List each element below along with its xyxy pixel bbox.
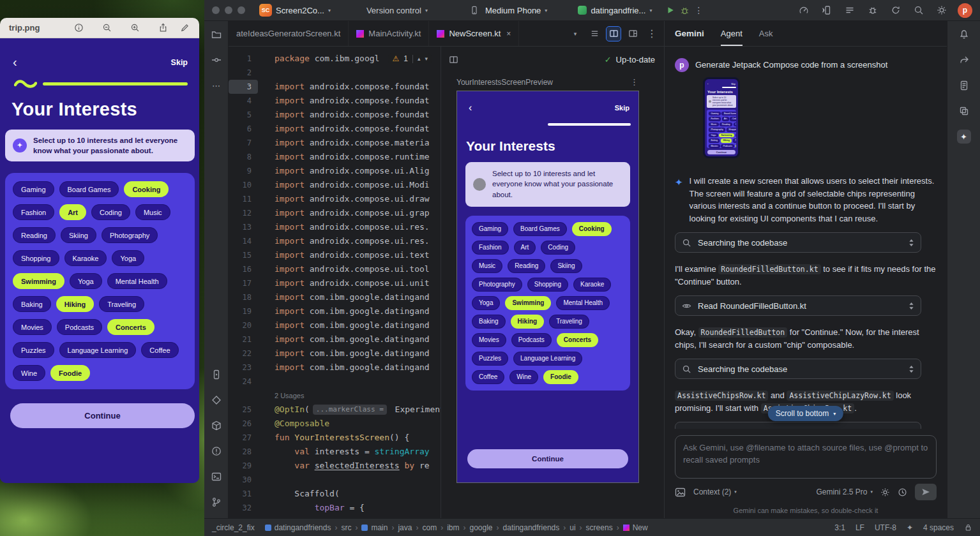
settings-icon[interactable] (935, 3, 949, 17)
interest-chip[interactable]: Karaoke (573, 278, 611, 292)
info-icon[interactable] (73, 22, 84, 34)
code-line[interactable]: 29 var selectedInterests by re (229, 459, 441, 473)
code-line[interactable]: 14import androidx.compose.ui.res. (229, 234, 441, 248)
tool-card[interactable]: Read RoundedFilledButton.kt (675, 295, 921, 316)
code-line[interactable]: 24 (229, 375, 441, 389)
skip-button[interactable]: Skip (615, 104, 629, 112)
interest-chip[interactable]: Traveling (549, 315, 589, 329)
code-editor[interactable]: 1package com.ibm.googl23import androidx.… (229, 47, 441, 518)
zoom-out-icon[interactable] (101, 22, 112, 34)
code-line[interactable]: 19import com.ibm.google.datingand (229, 304, 441, 318)
editor-tab[interactable]: ateIdeasGeneratorScreen.kt (229, 21, 349, 46)
gemini-status-icon[interactable]: ✦ (907, 523, 913, 532)
interest-chip[interactable]: Baking (472, 315, 506, 329)
interest-chip[interactable]: Concerts (557, 333, 598, 347)
tool-card[interactable]: Searching the codebase (675, 359, 921, 379)
interest-chip[interactable]: Reading (508, 259, 545, 273)
breadcrumb-item[interactable]: main (361, 523, 388, 532)
usages-hint[interactable]: 2 Usages (275, 389, 304, 403)
editor-tab[interactable]: MainActivity.kt (349, 21, 429, 46)
interest-chip[interactable]: Art (514, 241, 536, 255)
tool-card[interactable]: Read AssistiveChipsRow.kt (675, 422, 921, 429)
code-line[interactable]: 15import androidx.compose.ui.text (229, 248, 441, 262)
gemini-settings-icon[interactable] (880, 488, 890, 497)
code-line[interactable]: 28 val interests = stringArray (229, 445, 441, 459)
commit-tool-icon[interactable] (209, 53, 223, 67)
interest-chip[interactable]: Cooking (572, 222, 612, 236)
device-file-explorer-icon[interactable] (957, 78, 971, 93)
gemini-input[interactable]: Ask Gemini, use @filename to attach sour… (675, 435, 937, 479)
inspections-widget[interactable]: ⚠ 1 ▴ ▾ (388, 53, 432, 64)
code-line[interactable]: 25@OptIn(...markerClass = Experiment (229, 403, 441, 417)
notifications-icon[interactable] (957, 27, 971, 41)
breadcrumb-item[interactable]: datingandfriends (265, 523, 331, 532)
run-configuration-selector[interactable]: datingandfrie... ▾ (578, 6, 652, 15)
debug-button[interactable] (677, 3, 691, 17)
file-encoding[interactable]: UTF-8 (875, 523, 896, 532)
code-line[interactable]: 3import androidx.compose.foundat (229, 80, 441, 94)
interest-chip[interactable]: Photography (472, 278, 522, 292)
more-tools-icon[interactable]: ⋯ (209, 78, 223, 93)
tab-agent[interactable]: Agent (721, 21, 743, 46)
code-line[interactable]: 18import com.ibm.google.datingand (229, 290, 441, 304)
interest-chip[interactable]: Hiking (511, 315, 545, 329)
project-selector[interactable]: SC Screen2Co... ▾ (259, 4, 331, 17)
status-left-label[interactable]: _circle_2_fix (212, 523, 255, 532)
code-line[interactable]: 7import androidx.compose.materia (229, 136, 441, 150)
back-icon[interactable]: ‹ (469, 102, 472, 114)
code-line[interactable]: 9import androidx.compose.ui.Alig (229, 164, 441, 178)
minimize-window-button[interactable] (225, 6, 232, 14)
interest-chip[interactable]: Mental Health (556, 296, 610, 310)
close-window-button[interactable] (212, 6, 220, 14)
interest-chip[interactable]: Swimming (505, 296, 551, 310)
gemini-tool-icon[interactable]: ✦ (957, 130, 971, 144)
code-line[interactable]: 30 (229, 473, 441, 487)
code-line[interactable]: 13import androidx.compose.ui.res. (229, 220, 441, 234)
project-tool-icon[interactable] (209, 27, 223, 41)
send-button[interactable] (915, 484, 937, 500)
run-button[interactable] (663, 3, 677, 17)
code-line[interactable]: 5import androidx.compose.foundat (229, 108, 441, 122)
maximize-window-button[interactable] (237, 6, 245, 14)
continue-button[interactable]: Continue (467, 449, 628, 468)
interest-chip[interactable]: Foodie (543, 370, 578, 384)
code-line[interactable]: 22import com.ibm.google.datingand (229, 346, 441, 361)
zoom-in-icon[interactable] (129, 22, 140, 34)
code-line[interactable]: 20import com.ibm.google.datingand (229, 318, 441, 332)
edit-icon[interactable] (179, 22, 190, 34)
line-separator[interactable]: LF (856, 523, 864, 532)
tool-card[interactable]: Searching the codebase (675, 232, 921, 253)
tab-list-chevron-icon[interactable]: ▾ (568, 27, 582, 41)
history-icon[interactable] (898, 488, 907, 497)
close-icon[interactable]: × (506, 29, 511, 38)
running-devices-icon[interactable] (209, 368, 223, 382)
more-actions-icon[interactable]: ⋮ (691, 3, 705, 17)
interest-chip[interactable]: Music (472, 259, 502, 273)
share-icon[interactable] (157, 22, 169, 34)
vcs-widget[interactable]: Version control ▾ (366, 6, 428, 15)
indent-setting[interactable]: 4 spaces (923, 523, 954, 532)
breadcrumb-item[interactable]: datingandfriends (503, 523, 560, 532)
interest-chip[interactable]: Podcasts (511, 333, 552, 347)
breadcrumb-item[interactable]: ui (569, 523, 575, 532)
preview-options-icon[interactable]: ⋮ (630, 77, 638, 87)
code-line[interactable]: 27fun YourInterestsScreen() { (229, 431, 441, 445)
editor-tab[interactable]: NewScreen.kt× (429, 21, 519, 46)
app-inspection-icon[interactable] (866, 3, 880, 17)
sync-project-icon[interactable] (889, 3, 903, 17)
interest-chip[interactable]: Movies (472, 333, 506, 347)
device-selector[interactable]: Medium Phone ▾ (467, 3, 547, 17)
lock-icon[interactable] (964, 523, 972, 532)
code-line[interactable]: 11import androidx.compose.ui.draw (229, 192, 441, 206)
code-line[interactable]: 16import androidx.compose.ui.tool (229, 262, 441, 276)
split-window-icon[interactable] (446, 52, 460, 66)
code-line[interactable]: 21import com.ibm.google.datingand (229, 332, 441, 346)
code-line[interactable]: 23import com.ibm.google.datingand (229, 361, 441, 375)
profiler-icon[interactable] (797, 3, 811, 17)
interest-chip[interactable]: Language Learning (513, 352, 582, 366)
code-line[interactable]: 17import androidx.compose.ui.unit (229, 276, 441, 290)
preview-view-icon[interactable] (626, 27, 640, 41)
breadcrumb-item[interactable]: screens (586, 523, 613, 532)
interest-chip[interactable]: Shopping (527, 278, 568, 292)
code-line[interactable]: 32 topBar = { (229, 501, 441, 515)
